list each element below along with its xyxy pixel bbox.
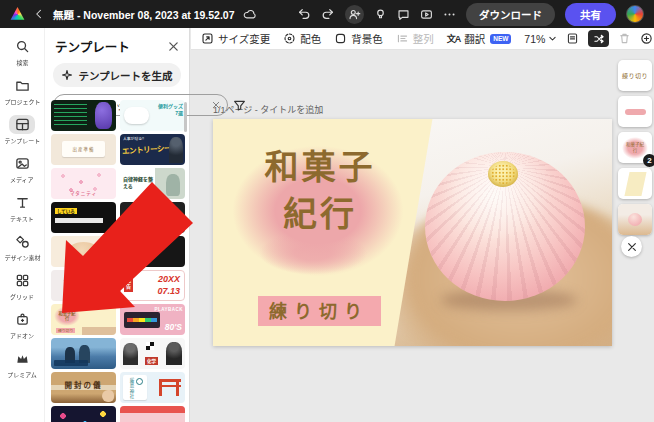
notes-icon[interactable] (566, 32, 579, 45)
red-block-graphic (124, 255, 140, 263)
template-thumbnail-black-red[interactable] (120, 236, 185, 267)
document-title[interactable]: 無題 - November 08, 2023 at 19.52.07 (53, 7, 235, 22)
grid-view-button[interactable] (588, 30, 609, 47)
card-graphic (123, 375, 147, 400)
strip-graphic (120, 406, 185, 413)
more-icon[interactable] (443, 8, 456, 21)
rainbow-stripe-graphic (127, 318, 157, 322)
layer-card-text[interactable]: 練り切り (618, 60, 652, 91)
pink-bar-graphic (625, 109, 646, 115)
count-badge: 2 (643, 154, 654, 167)
sidebar-item-search[interactable]: 検索 (0, 33, 44, 72)
translate-button[interactable]: 文A 翻訳 NEW (447, 31, 512, 46)
user-avatar[interactable] (626, 5, 644, 23)
sidebar-item-design-assets[interactable]: デザイン素材 (0, 228, 44, 267)
back-icon[interactable] (33, 8, 45, 20)
sidebar-item-text[interactable]: テキスト (0, 189, 44, 228)
sidebar-item-projects[interactable]: プロジェクト (0, 72, 44, 111)
add-page-button[interactable]: 追加 (640, 24, 654, 54)
template-thumbnail-selfcare[interactable]: 自律神経を整える (120, 168, 185, 199)
template-thumbnail-dark-colorful[interactable] (51, 406, 116, 422)
template-thumbnail-belly[interactable] (51, 236, 116, 267)
layer-card-photo[interactable] (618, 204, 652, 235)
translate-icon: 文A (447, 32, 461, 45)
resize-button[interactable]: サイズ変更 (201, 31, 270, 46)
page-label[interactable]: 1/1ページ - タイトルを追加 (213, 103, 323, 116)
template-thumbnail-wagashi[interactable]: 和菓子紀行練り切り (51, 304, 116, 335)
torii-graphic (159, 379, 181, 396)
template-thumbnail-gadgets[interactable]: 便利グッズ7選 (120, 100, 185, 131)
present-icon[interactable] (420, 8, 433, 21)
generate-template-button[interactable]: テンプレートを生成 (53, 63, 181, 87)
template-thumbnail-chemistry[interactable]: 化学 (120, 338, 185, 369)
align-button[interactable]: 整列 (396, 31, 434, 46)
close-layer-panel-button[interactable] (621, 236, 642, 257)
panel-close-icon[interactable] (168, 41, 179, 52)
add-member-icon[interactable] (345, 5, 364, 24)
zoom-control[interactable]: 71% (524, 33, 557, 45)
canva-logo-icon[interactable] (10, 7, 25, 22)
businessman-graphic (169, 137, 183, 163)
insights-icon[interactable] (374, 8, 387, 21)
cloud-save-icon (243, 8, 257, 20)
share-button[interactable]: 共有 (565, 3, 616, 26)
sidebar-label: テキスト (10, 213, 34, 222)
resize-label: サイズ変更 (218, 31, 270, 46)
chevron-down-icon (548, 34, 557, 43)
figure-graphic (95, 102, 112, 129)
background-color-icon (334, 32, 347, 45)
sidebar-label: テンプレート (4, 135, 40, 144)
left-rail: 検索 プロジェクト テンプレート メディア テキスト デザイン素材 グリッド ア… (0, 28, 44, 422)
thumbnail-text: 20XX (158, 274, 180, 284)
background-color-button[interactable]: 背景色 (334, 31, 383, 46)
grid-icon (9, 271, 35, 290)
sidebar-item-grid[interactable]: グリッド (0, 267, 44, 306)
thumbnail-text: 報告 (124, 276, 133, 292)
filter-icon[interactable] (233, 99, 246, 112)
sidebar-item-premium[interactable]: プレミアム (0, 345, 44, 384)
template-thumbnail-maternity[interactable]: マタニティ (51, 168, 116, 199)
folder-icon (9, 76, 35, 95)
sidebar-item-templates[interactable]: テンプレート (0, 111, 44, 150)
template-thumbnail-pink[interactable] (120, 406, 185, 422)
sidebar-label: プレミアム (7, 369, 36, 378)
sidebar-item-media[interactable]: メディア (0, 150, 44, 189)
caption-bar-graphic (54, 360, 88, 366)
template-thumbnail-pregnant[interactable] (51, 270, 116, 301)
undo-icon[interactable] (297, 7, 311, 21)
template-thumbnail-report[interactable]: 報告20XX07.13 (120, 270, 185, 301)
line-graphic (124, 242, 164, 244)
sidebar-item-addons[interactable]: アドオン (0, 306, 44, 345)
layer-card-label: 練り切り (622, 71, 648, 80)
clear-search-icon[interactable] (212, 101, 220, 109)
templates-panel: テンプレート テンプレートを生成 便利グッズ7選 出産準備 人事が唸る!!エント… (44, 28, 190, 422)
template-thumbnail-code[interactable] (51, 100, 116, 131)
thumbnail-text: マタニティ (51, 190, 116, 196)
template-thumbnail-fishermen[interactable] (51, 338, 116, 369)
belly-graphic (67, 242, 100, 263)
design-subtitle-text[interactable]: 練り切り (258, 296, 381, 326)
template-thumbnail-dark-photo[interactable] (120, 202, 185, 233)
zoom-level: 71% (524, 33, 545, 45)
comments-icon[interactable] (397, 8, 410, 21)
template-thumbnail-shrine[interactable]: 厳島神社 (120, 372, 185, 403)
template-grid: 便利グッズ7選 出産準備 人事が唸る!!エントリーシート マタニティ 自律神経を… (51, 100, 185, 422)
design-canvas[interactable]: 和菓子紀行 練り切り (213, 119, 612, 346)
new-badge: NEW (490, 34, 511, 44)
template-thumbnail-entry-sheet[interactable]: 人事が唸る!!エントリーシート (120, 134, 185, 165)
download-button[interactable]: ダウンロード (466, 3, 555, 26)
design-title-text[interactable]: 和菓子紀行 (237, 145, 403, 239)
template-thumbnail-dark-tips[interactable]: している (51, 202, 116, 233)
delete-icon[interactable] (618, 32, 631, 45)
layer-card-title[interactable]: 和菓子紀行 2 (618, 132, 652, 163)
layer-card-shape[interactable] (618, 168, 652, 199)
align-label: 整列 (413, 31, 434, 46)
thumbnail-text: 人事が唸る!! (123, 136, 144, 141)
template-thumbnail-baby-prep[interactable]: 出産準備 (51, 134, 116, 165)
template-thumbnail-playback80s[interactable]: PLAYBACK80'S (120, 304, 185, 335)
panel-scrollbar[interactable] (184, 102, 187, 132)
palette-button[interactable]: 配色 (283, 31, 321, 46)
redo-icon[interactable] (321, 7, 335, 21)
layer-card-bar[interactable] (618, 96, 652, 127)
template-thumbnail-unboxing[interactable]: 開封の儀 (51, 372, 116, 403)
